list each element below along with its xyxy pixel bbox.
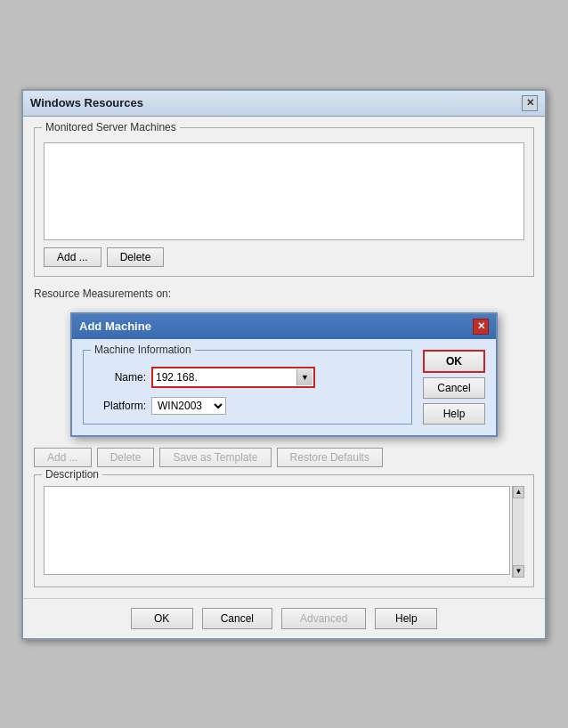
dialog-title-bar: Add Machine ✕: [72, 314, 496, 339]
footer-help-button[interactable]: Help: [375, 608, 437, 629]
monitored-machines-group: Monitored Server Machines Add ... Delete: [34, 127, 534, 277]
dialog-fields: Machine Information Name: ▼: [83, 350, 412, 425]
title-bar: Windows Resources ✕: [23, 91, 545, 117]
main-window: Windows Resources ✕ Monitored Server Mac…: [21, 89, 547, 640]
resource-measurements-label: Resource Measurements on:: [34, 287, 534, 300]
footer-advanced-button[interactable]: Advanced: [281, 608, 366, 629]
platform-label: Platform:: [93, 400, 146, 412]
platform-field-row: Platform: WIN2003 WIN2000 WINXP WINVISTA…: [93, 397, 402, 415]
resource-add-button[interactable]: Add ...: [34, 448, 92, 467]
monitored-machines-legend: Monitored Server Machines: [42, 121, 180, 133]
dialog-cancel-button[interactable]: Cancel: [423, 377, 485, 399]
platform-select[interactable]: WIN2003 WIN2000 WINXP WINVISTA WIN7: [151, 397, 226, 415]
machine-info-legend: Machine Information: [91, 344, 195, 356]
bottom-btn-row: Add ... Delete Save as Template Restore …: [34, 448, 534, 467]
main-footer: OK Cancel Advanced Help: [23, 598, 545, 638]
name-dropdown-button[interactable]: ▼: [296, 369, 312, 385]
dialog-close-button[interactable]: ✕: [473, 319, 489, 335]
footer-cancel-button[interactable]: Cancel: [202, 608, 272, 629]
description-textarea[interactable]: [44, 486, 510, 575]
monitored-btn-row: Add ... Delete: [44, 247, 524, 267]
main-content: Monitored Server Machines Add ... Delete…: [23, 117, 545, 598]
save-as-template-button[interactable]: Save as Template: [159, 448, 271, 467]
window-title: Windows Resources: [30, 96, 143, 109]
dialog-title: Add Machine: [79, 320, 151, 333]
dialog-body: Machine Information Name: ▼: [72, 339, 496, 435]
scroll-track: [513, 498, 524, 565]
add-machine-dialog: Add Machine ✕ Machine Information Name:: [70, 312, 498, 437]
dialog-ok-button[interactable]: OK: [423, 350, 485, 373]
description-scrollbar: ▲ ▼: [512, 486, 524, 578]
monitored-delete-button[interactable]: Delete: [107, 247, 165, 267]
machine-info-group: Machine Information Name: ▼: [83, 350, 412, 425]
scroll-down-arrow[interactable]: ▼: [513, 565, 524, 578]
name-label: Name:: [93, 371, 146, 384]
name-input-wrapper: ▼: [151, 367, 315, 388]
scroll-up-arrow[interactable]: ▲: [513, 486, 524, 498]
dialog-help-button[interactable]: Help: [423, 403, 485, 425]
dialog-buttons: OK Cancel Help: [423, 350, 485, 425]
window-close-button[interactable]: ✕: [522, 95, 538, 111]
name-field-row: Name: ▼: [93, 367, 402, 388]
restore-defaults-button[interactable]: Restore Defaults: [277, 448, 383, 467]
resource-delete-button[interactable]: Delete: [97, 448, 155, 467]
monitored-add-button[interactable]: Add ...: [44, 247, 101, 267]
name-input[interactable]: [154, 370, 296, 384]
monitored-machine-list: [44, 142, 524, 240]
footer-ok-button[interactable]: OK: [131, 608, 193, 629]
description-group: Description ▲ ▼: [34, 474, 534, 587]
description-legend: Description: [42, 468, 102, 481]
dialog-overlay: Add Machine ✕ Machine Information Name:: [34, 312, 534, 437]
